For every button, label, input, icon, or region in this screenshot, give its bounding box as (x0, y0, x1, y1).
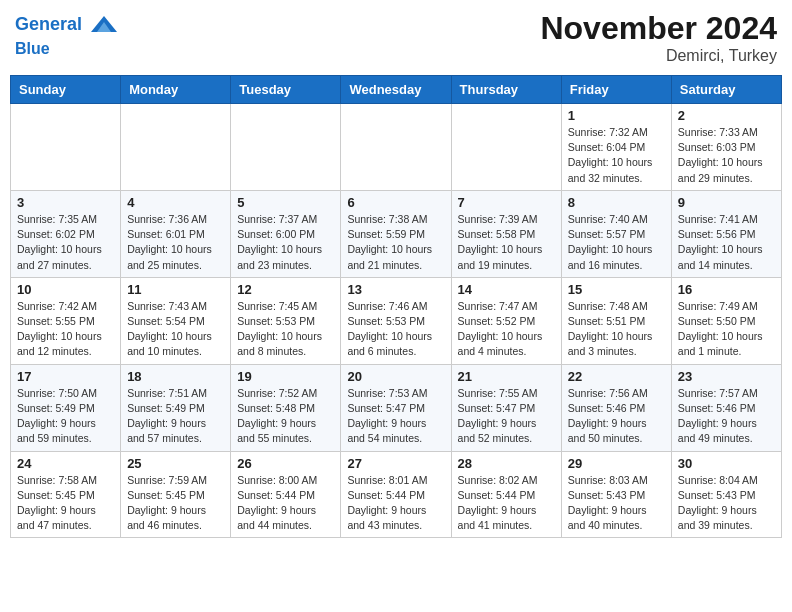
day-info: Sunrise: 8:00 AMSunset: 5:44 PMDaylight:… (237, 473, 334, 534)
day-info: Sunrise: 7:49 AMSunset: 5:50 PMDaylight:… (678, 299, 775, 360)
day-info: Sunrise: 7:51 AMSunset: 5:49 PMDaylight:… (127, 386, 224, 447)
day-number: 24 (17, 456, 114, 471)
calendar-week-row: 10Sunrise: 7:42 AMSunset: 5:55 PMDayligh… (11, 277, 782, 364)
calendar-cell: 13Sunrise: 7:46 AMSunset: 5:53 PMDayligh… (341, 277, 451, 364)
calendar-cell: 15Sunrise: 7:48 AMSunset: 5:51 PMDayligh… (561, 277, 671, 364)
calendar-cell: 23Sunrise: 7:57 AMSunset: 5:46 PMDayligh… (671, 364, 781, 451)
day-info: Sunrise: 7:56 AMSunset: 5:46 PMDaylight:… (568, 386, 665, 447)
calendar-cell: 20Sunrise: 7:53 AMSunset: 5:47 PMDayligh… (341, 364, 451, 451)
day-info: Sunrise: 7:58 AMSunset: 5:45 PMDaylight:… (17, 473, 114, 534)
day-number: 23 (678, 369, 775, 384)
day-number: 18 (127, 369, 224, 384)
day-info: Sunrise: 7:41 AMSunset: 5:56 PMDaylight:… (678, 212, 775, 273)
calendar-cell: 29Sunrise: 8:03 AMSunset: 5:43 PMDayligh… (561, 451, 671, 538)
day-number: 8 (568, 195, 665, 210)
calendar-cell: 4Sunrise: 7:36 AMSunset: 6:01 PMDaylight… (121, 190, 231, 277)
day-number: 16 (678, 282, 775, 297)
day-number: 29 (568, 456, 665, 471)
day-info: Sunrise: 7:35 AMSunset: 6:02 PMDaylight:… (17, 212, 114, 273)
day-number: 9 (678, 195, 775, 210)
day-number: 30 (678, 456, 775, 471)
weekday-header: Thursday (451, 76, 561, 104)
calendar-cell: 5Sunrise: 7:37 AMSunset: 6:00 PMDaylight… (231, 190, 341, 277)
calendar-cell: 21Sunrise: 7:55 AMSunset: 5:47 PMDayligh… (451, 364, 561, 451)
day-info: Sunrise: 7:48 AMSunset: 5:51 PMDaylight:… (568, 299, 665, 360)
day-info: Sunrise: 7:39 AMSunset: 5:58 PMDaylight:… (458, 212, 555, 273)
weekday-header: Monday (121, 76, 231, 104)
day-number: 27 (347, 456, 444, 471)
weekday-header: Friday (561, 76, 671, 104)
day-number: 11 (127, 282, 224, 297)
month-title: November 2024 (540, 10, 777, 47)
day-info: Sunrise: 8:02 AMSunset: 5:44 PMDaylight:… (458, 473, 555, 534)
day-info: Sunrise: 7:45 AMSunset: 5:53 PMDaylight:… (237, 299, 334, 360)
day-number: 17 (17, 369, 114, 384)
day-number: 19 (237, 369, 334, 384)
calendar-cell: 19Sunrise: 7:52 AMSunset: 5:48 PMDayligh… (231, 364, 341, 451)
calendar-cell (231, 104, 341, 191)
day-number: 22 (568, 369, 665, 384)
weekday-header: Sunday (11, 76, 121, 104)
day-number: 15 (568, 282, 665, 297)
calendar-cell: 8Sunrise: 7:40 AMSunset: 5:57 PMDaylight… (561, 190, 671, 277)
calendar-cell: 9Sunrise: 7:41 AMSunset: 5:56 PMDaylight… (671, 190, 781, 277)
calendar-cell (451, 104, 561, 191)
logo-general: General (15, 14, 82, 34)
day-info: Sunrise: 7:37 AMSunset: 6:00 PMDaylight:… (237, 212, 334, 273)
day-number: 2 (678, 108, 775, 123)
day-number: 26 (237, 456, 334, 471)
calendar-table: SundayMondayTuesdayWednesdayThursdayFrid… (10, 75, 782, 538)
calendar-cell: 12Sunrise: 7:45 AMSunset: 5:53 PMDayligh… (231, 277, 341, 364)
weekday-header: Wednesday (341, 76, 451, 104)
day-info: Sunrise: 7:59 AMSunset: 5:45 PMDaylight:… (127, 473, 224, 534)
calendar-cell: 10Sunrise: 7:42 AMSunset: 5:55 PMDayligh… (11, 277, 121, 364)
calendar-cell: 14Sunrise: 7:47 AMSunset: 5:52 PMDayligh… (451, 277, 561, 364)
day-info: Sunrise: 7:32 AMSunset: 6:04 PMDaylight:… (568, 125, 665, 186)
calendar-week-row: 24Sunrise: 7:58 AMSunset: 5:45 PMDayligh… (11, 451, 782, 538)
day-info: Sunrise: 8:04 AMSunset: 5:43 PMDaylight:… (678, 473, 775, 534)
day-number: 5 (237, 195, 334, 210)
day-number: 3 (17, 195, 114, 210)
day-number: 13 (347, 282, 444, 297)
day-info: Sunrise: 7:46 AMSunset: 5:53 PMDaylight:… (347, 299, 444, 360)
day-info: Sunrise: 7:50 AMSunset: 5:49 PMDaylight:… (17, 386, 114, 447)
title-section: November 2024 Demirci, Turkey (540, 10, 777, 65)
logo-text: General (15, 10, 119, 40)
day-number: 14 (458, 282, 555, 297)
day-number: 21 (458, 369, 555, 384)
calendar-cell: 2Sunrise: 7:33 AMSunset: 6:03 PMDaylight… (671, 104, 781, 191)
page-header: General Blue November 2024 Demirci, Turk… (10, 10, 782, 65)
calendar-cell: 30Sunrise: 8:04 AMSunset: 5:43 PMDayligh… (671, 451, 781, 538)
day-info: Sunrise: 7:43 AMSunset: 5:54 PMDaylight:… (127, 299, 224, 360)
day-info: Sunrise: 7:57 AMSunset: 5:46 PMDaylight:… (678, 386, 775, 447)
calendar-cell: 16Sunrise: 7:49 AMSunset: 5:50 PMDayligh… (671, 277, 781, 364)
day-info: Sunrise: 7:53 AMSunset: 5:47 PMDaylight:… (347, 386, 444, 447)
calendar-cell: 6Sunrise: 7:38 AMSunset: 5:59 PMDaylight… (341, 190, 451, 277)
calendar-cell: 25Sunrise: 7:59 AMSunset: 5:45 PMDayligh… (121, 451, 231, 538)
day-number: 25 (127, 456, 224, 471)
calendar-cell (341, 104, 451, 191)
calendar-week-row: 17Sunrise: 7:50 AMSunset: 5:49 PMDayligh… (11, 364, 782, 451)
calendar-cell: 24Sunrise: 7:58 AMSunset: 5:45 PMDayligh… (11, 451, 121, 538)
calendar-week-row: 3Sunrise: 7:35 AMSunset: 6:02 PMDaylight… (11, 190, 782, 277)
day-number: 28 (458, 456, 555, 471)
day-info: Sunrise: 8:01 AMSunset: 5:44 PMDaylight:… (347, 473, 444, 534)
day-info: Sunrise: 7:55 AMSunset: 5:47 PMDaylight:… (458, 386, 555, 447)
logo-blue: Blue (15, 40, 119, 58)
calendar-cell: 18Sunrise: 7:51 AMSunset: 5:49 PMDayligh… (121, 364, 231, 451)
calendar-header-row: SundayMondayTuesdayWednesdayThursdayFrid… (11, 76, 782, 104)
day-number: 12 (237, 282, 334, 297)
calendar-cell (11, 104, 121, 191)
weekday-header: Tuesday (231, 76, 341, 104)
day-info: Sunrise: 7:47 AMSunset: 5:52 PMDaylight:… (458, 299, 555, 360)
day-number: 20 (347, 369, 444, 384)
day-info: Sunrise: 7:42 AMSunset: 5:55 PMDaylight:… (17, 299, 114, 360)
weekday-header: Saturday (671, 76, 781, 104)
day-number: 7 (458, 195, 555, 210)
calendar-cell: 26Sunrise: 8:00 AMSunset: 5:44 PMDayligh… (231, 451, 341, 538)
calendar-cell: 27Sunrise: 8:01 AMSunset: 5:44 PMDayligh… (341, 451, 451, 538)
day-number: 6 (347, 195, 444, 210)
calendar-cell (121, 104, 231, 191)
day-number: 10 (17, 282, 114, 297)
day-info: Sunrise: 7:52 AMSunset: 5:48 PMDaylight:… (237, 386, 334, 447)
